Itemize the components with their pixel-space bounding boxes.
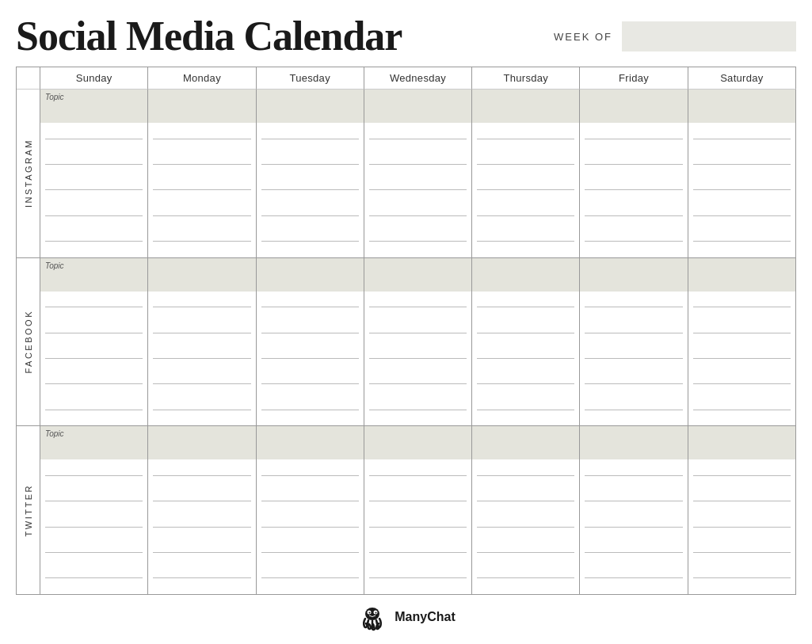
line xyxy=(477,383,574,384)
twitter-monday-topic[interactable] xyxy=(148,426,255,459)
twitter-saturday xyxy=(688,426,796,594)
calendar-wrapper: Sunday Monday Tuesday Wednesday Thursday… xyxy=(16,67,796,595)
instagram-monday xyxy=(148,90,256,257)
line xyxy=(369,527,467,528)
line xyxy=(261,307,359,307)
line xyxy=(369,358,467,359)
line xyxy=(261,333,359,333)
line xyxy=(45,139,143,139)
line xyxy=(153,333,250,333)
twitter-sunday-lines xyxy=(40,459,147,594)
facebook-saturday-lines xyxy=(688,292,795,426)
line xyxy=(45,383,143,384)
facebook-wednesday xyxy=(364,258,472,426)
instagram-saturday-topic[interactable] xyxy=(688,90,795,123)
line xyxy=(477,501,574,501)
twitter-saturday-lines xyxy=(688,459,795,594)
facebook-thursday-topic[interactable] xyxy=(472,258,579,292)
twitter-saturday-topic[interactable] xyxy=(688,426,795,459)
line xyxy=(153,215,250,216)
facebook-sunday-lines xyxy=(40,292,147,426)
day-headers: Sunday Monday Tuesday Wednesday Thursday… xyxy=(16,67,796,90)
line xyxy=(477,189,574,190)
facebook-label-cell: FACEBOOK xyxy=(17,258,40,426)
line xyxy=(693,577,791,578)
line xyxy=(153,307,250,307)
line xyxy=(585,333,682,333)
line xyxy=(45,552,143,553)
line xyxy=(261,189,359,190)
line xyxy=(45,215,143,216)
week-of-input[interactable] xyxy=(622,21,796,51)
line xyxy=(585,552,682,553)
instagram-wednesday-lines xyxy=(364,123,471,257)
facebook-saturday xyxy=(688,258,796,426)
facebook-monday-lines xyxy=(148,292,255,426)
facebook-sunday: Topic xyxy=(40,258,148,426)
day-header-tuesday: Tuesday xyxy=(257,67,364,90)
day-header-sunday: Sunday xyxy=(40,67,148,90)
line xyxy=(369,383,467,384)
svg-point-4 xyxy=(376,612,377,614)
line xyxy=(369,241,467,242)
line xyxy=(45,475,143,476)
line xyxy=(477,333,574,333)
line xyxy=(45,527,143,528)
twitter-wednesday-topic[interactable] xyxy=(364,426,471,459)
line xyxy=(153,410,250,410)
line xyxy=(693,410,791,410)
twitter-friday-topic[interactable] xyxy=(580,426,687,459)
line xyxy=(261,164,359,165)
octopus-icon xyxy=(356,601,388,633)
line xyxy=(153,358,250,359)
facebook-friday xyxy=(580,258,688,426)
facebook-wednesday-topic[interactable] xyxy=(364,258,471,292)
line xyxy=(693,333,791,333)
instagram-monday-topic[interactable] xyxy=(148,90,255,123)
instagram-label-cell: INSTAGRAM xyxy=(17,90,40,257)
twitter-tuesday-topic[interactable] xyxy=(257,426,364,459)
line xyxy=(477,358,574,359)
line xyxy=(369,333,467,333)
line xyxy=(45,241,143,242)
twitter-tuesday xyxy=(257,426,364,594)
facebook-thursday-lines xyxy=(472,292,579,426)
facebook-saturday-topic[interactable] xyxy=(688,258,795,292)
line xyxy=(693,189,791,190)
line xyxy=(261,358,359,359)
instagram-wednesday xyxy=(364,90,472,257)
line xyxy=(585,215,682,216)
line xyxy=(585,164,682,165)
twitter-sunday-topic[interactable]: Topic xyxy=(40,426,147,459)
line xyxy=(477,241,574,242)
facebook-sunday-topic[interactable]: Topic xyxy=(40,258,147,292)
day-header-thursday: Thursday xyxy=(472,67,580,90)
twitter-thursday xyxy=(472,426,580,594)
line xyxy=(261,139,359,139)
facebook-tuesday-topic[interactable] xyxy=(257,258,364,292)
instagram-wednesday-topic[interactable] xyxy=(364,90,471,123)
line xyxy=(369,189,467,190)
line xyxy=(585,501,682,501)
line xyxy=(45,189,143,190)
twitter-friday xyxy=(580,426,688,594)
line xyxy=(261,577,359,578)
line xyxy=(261,410,359,410)
line xyxy=(477,475,574,476)
line xyxy=(261,383,359,384)
instagram-sunday-topic[interactable]: Topic xyxy=(40,90,147,123)
instagram-label: INSTAGRAM xyxy=(24,139,33,208)
instagram-monday-lines xyxy=(148,123,255,257)
facebook-tuesday xyxy=(257,258,364,426)
brand-logo: ManyChat xyxy=(356,601,455,633)
twitter-label-cell: TWITTER xyxy=(17,426,40,594)
instagram-tuesday-topic[interactable] xyxy=(257,90,364,123)
line xyxy=(477,215,574,216)
instagram-thursday-topic[interactable] xyxy=(472,90,579,123)
facebook-monday-topic[interactable] xyxy=(148,258,255,292)
instagram-friday-topic[interactable] xyxy=(580,90,687,123)
twitter-thursday-lines xyxy=(472,459,579,594)
facebook-friday-topic[interactable] xyxy=(580,258,687,292)
twitter-friday-lines xyxy=(580,459,687,594)
twitter-thursday-topic[interactable] xyxy=(472,426,579,459)
